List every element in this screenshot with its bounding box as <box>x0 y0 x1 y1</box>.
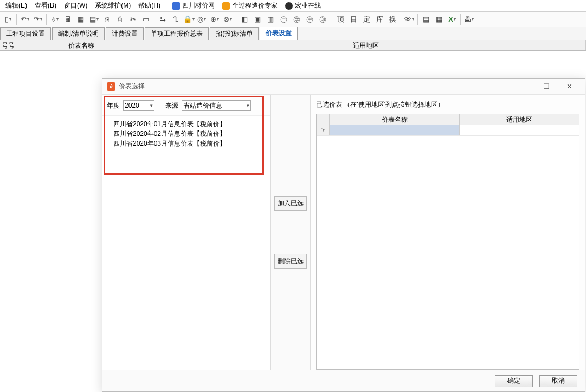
filters-row: 年度 2020 ▾ 来源 省站造价信息 ▾ <box>102 95 270 115</box>
dialog-titlebar: ∂ 价表选择 — ☐ ✕ <box>102 79 585 95</box>
tabs: 工程项目设置 编制/清单说明 计费设置 单项工程报价总表 招(投)标清单 价表设… <box>0 27 586 40</box>
tb-btn-12[interactable]: ⊗ <box>222 14 234 25</box>
tab-quote-summary[interactable]: 单项工程报价总表 <box>145 27 209 40</box>
close-button[interactable]: ✕ <box>558 79 581 94</box>
tb-layout-2[interactable]: ▣ <box>252 14 263 25</box>
tb-btn-4[interactable]: ▤ <box>88 14 100 25</box>
ext-label-1: 四川材价网 <box>182 1 215 10</box>
tab-project-settings[interactable]: 工程项目设置 <box>0 27 51 40</box>
add-selected-button[interactable]: 加入已选 <box>274 196 307 211</box>
tb-pict[interactable]: ▦ <box>433 14 445 25</box>
tb-btn-9[interactable]: ⇅ <box>170 14 182 25</box>
menu-edit[interactable]: 编辑(E) <box>2 0 30 11</box>
tab-list-desc[interactable]: 编制/清单说明 <box>52 27 105 40</box>
grid-header: 号号 价表名称 适用地区 <box>0 40 586 51</box>
col-name: 价表名称 <box>16 40 146 50</box>
tb-btn-11[interactable]: ⊕ <box>209 14 221 25</box>
col-seq: 号号 <box>0 40 16 50</box>
dialog-title-text: 价表选择 <box>119 82 145 91</box>
ext-link-2[interactable]: 全过程造价专家 <box>219 1 281 10</box>
selected-region-cell[interactable] <box>460 125 579 135</box>
list-item[interactable]: 四川省2020年03月信息价表【税前价】 <box>105 139 268 148</box>
tb-undo[interactable]: ↶ <box>19 14 31 25</box>
list-item[interactable]: 四川省2020年02月信息价表【税前价】 <box>105 129 268 139</box>
ext-label-2: 全过程造价专家 <box>232 1 278 10</box>
middle-pane: 加入已选 删除已选 <box>271 95 311 370</box>
tb-circ-2[interactable]: ㊫ <box>291 14 302 25</box>
ext-link-1[interactable]: 四川材价网 <box>169 1 218 10</box>
list-item[interactable]: 四川省2020年01月信息价表【税前价】 <box>105 119 268 129</box>
year-select[interactable]: 2020 ▾ <box>123 100 154 111</box>
tb-sq-5[interactable]: 换 <box>387 14 398 25</box>
tab-price-table[interactable]: 价表设置 <box>260 27 298 40</box>
tab-bid-list[interactable]: 招(投)标清单 <box>210 27 259 40</box>
cancel-button[interactable]: 取消 <box>539 375 577 387</box>
left-pane: 年度 2020 ▾ 来源 省站造价信息 ▾ 四川省2020年01月信息价表【税前… <box>102 95 271 370</box>
selected-name-cell[interactable] <box>330 125 460 135</box>
tb-btn-grid[interactable]: ▦ <box>75 14 87 25</box>
selected-title: 已选价表 （在'使用地区'列点按钮选择地区） <box>316 100 579 109</box>
chevron-down-icon: ▾ <box>150 103 153 108</box>
remove-selected-button[interactable]: 删除已选 <box>274 254 307 269</box>
minimize-button[interactable]: — <box>512 79 535 94</box>
tb-btn-10[interactable]: ◎ <box>196 14 208 25</box>
tb-layout-1[interactable]: ◧ <box>239 14 250 25</box>
chevron-down-icon: ▾ <box>247 103 249 108</box>
tb-print[interactable]: 🖶 <box>463 14 475 25</box>
selected-grid: 价表名称 适用地区 ☞ <box>316 114 579 370</box>
tb-btn-6[interactable]: ⎙ <box>114 14 126 25</box>
sel-col-name: 价表名称 <box>330 114 460 125</box>
dialog-footer: 确定 取消 <box>102 370 585 391</box>
menu-bar: 编辑(E) 查看(B) 窗口(W) 系统维护(M) 帮助(H) 四川材价网 全过… <box>0 0 586 12</box>
tb-btn-5[interactable]: ⎘ <box>101 14 113 25</box>
tb-layout-3[interactable]: ▥ <box>265 14 276 25</box>
maximize-button[interactable]: ☐ <box>535 79 558 94</box>
col-region: 适用地区 <box>146 40 586 50</box>
menu-help[interactable]: 帮助(H) <box>135 0 164 11</box>
right-pane: 已选价表 （在'使用地区'列点按钮选择地区） 价表名称 适用地区 ☞ <box>311 95 585 370</box>
tb-btn-1[interactable]: ▯ <box>2 14 14 25</box>
tb-btn-7[interactable]: ▭ <box>140 14 152 25</box>
tab-fee-settings[interactable]: 计费设置 <box>106 27 144 40</box>
tb-eye[interactable]: 👁 <box>403 14 415 25</box>
tb-redo[interactable]: ↷ <box>32 14 44 25</box>
ok-button[interactable]: 确定 <box>495 375 533 387</box>
ext-link-3[interactable]: 宏业在线 <box>282 1 324 10</box>
tb-circ-3[interactable]: ㊥ <box>304 14 315 25</box>
tb-circ-4[interactable]: ㊞ <box>317 14 329 25</box>
year-label: 年度 <box>107 101 120 110</box>
ext-icon-3 <box>285 2 293 10</box>
tb-sq-2[interactable]: 目 <box>347 14 359 25</box>
tb-btn-ins[interactable]: ⎀ <box>49 14 61 25</box>
tb-btn-8[interactable]: ⇆ <box>157 14 169 25</box>
menu-window[interactable]: 窗口(W) <box>61 0 91 11</box>
tb-sq-3[interactable]: 定 <box>360 14 372 25</box>
dialog-icon: ∂ <box>107 82 115 91</box>
tb-sq-1[interactable]: 顶 <box>334 14 346 25</box>
menu-view[interactable]: 查看(B) <box>31 0 60 11</box>
tb-sq-4[interactable]: 库 <box>374 14 385 25</box>
row-indicator-icon: ☞ <box>317 125 330 135</box>
tb-btn-calc[interactable]: 🖩 <box>62 14 74 25</box>
tb-circ-1[interactable]: ㊏ <box>278 14 289 25</box>
tb-form[interactable]: ▤ <box>420 14 432 25</box>
year-value: 2020 <box>125 102 139 109</box>
sel-col-indicator <box>317 114 330 125</box>
source-select[interactable]: 省站造价信息 ▾ <box>182 100 251 111</box>
ext-icon-2 <box>222 2 230 10</box>
source-value: 省站造价信息 <box>183 101 222 110</box>
tb-lock[interactable]: 🔒 <box>183 14 195 25</box>
source-label: 来源 <box>165 101 178 110</box>
available-list[interactable]: 四川省2020年01月信息价表【税前价】 四川省2020年02月信息价表【税前价… <box>102 115 270 370</box>
ext-icon-1 <box>172 2 180 10</box>
tb-excel[interactable]: X <box>446 14 458 25</box>
sel-col-region: 适用地区 <box>460 114 579 125</box>
price-table-dialog: ∂ 价表选择 — ☐ ✕ 年度 2020 ▾ 来源 省站造价信息 ▾ <box>102 78 585 392</box>
menu-maintain[interactable]: 系统维护(M) <box>92 0 134 11</box>
toolbar: ▯ ↶ ↷ ⎀ 🖩 ▦ ▤ ⎘ ⎙ ✂ ▭ ⇆ ⇅ 🔒 ◎ ⊕ ⊗ ◧ ▣ ▥ … <box>0 12 586 27</box>
selected-row[interactable]: ☞ <box>317 125 579 136</box>
ext-label-3: 宏业在线 <box>295 1 321 10</box>
tb-cut[interactable]: ✂ <box>127 14 139 25</box>
